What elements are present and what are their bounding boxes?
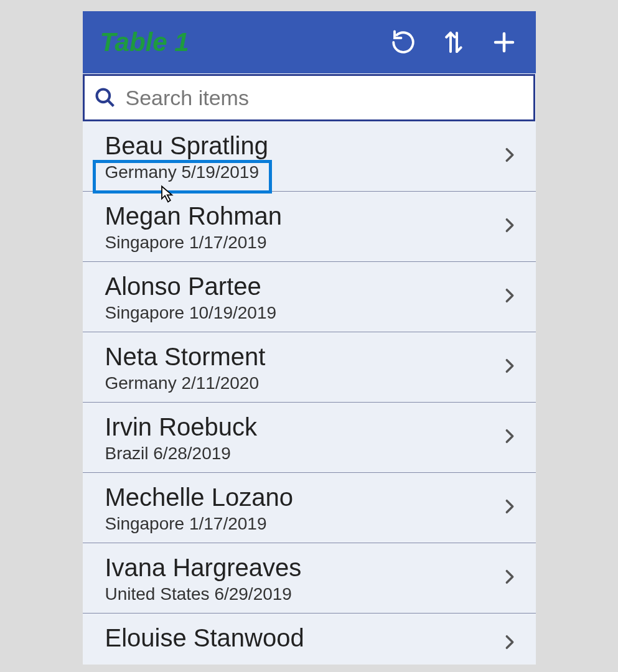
- item-name: Megan Rohman: [105, 200, 501, 231]
- list-item-body: Beau Spratling Germany 5/19/2019: [105, 130, 501, 182]
- header: Table 1: [83, 11, 536, 73]
- item-sub: Brazil 6/28/2019: [105, 444, 231, 464]
- search-icon: [93, 86, 117, 110]
- list-item[interactable]: Beau Spratling Germany 5/19/2019: [83, 121, 536, 192]
- list-item-body: Ivana Hargreaves United States 6/29/2019: [105, 552, 501, 604]
- item-sub: Singapore 1/17/2019: [105, 514, 267, 534]
- list-item-body: Elouise Stanwood: [105, 622, 501, 665]
- item-name: Neta Storment: [105, 341, 501, 372]
- list-item[interactable]: Elouise Stanwood: [83, 614, 536, 665]
- chevron-right-icon: [501, 283, 518, 310]
- list-item[interactable]: Ivana Hargreaves United States 6/29/2019: [83, 543, 536, 614]
- item-sub: Germany 2/11/2020: [105, 373, 260, 393]
- list-item-body: Megan Rohman Singapore 1/17/2019: [105, 200, 501, 253]
- header-actions: [390, 29, 523, 56]
- chevron-right-icon: [501, 142, 518, 170]
- app-frame: Table 1 Beau Spratling Germany 5/19/2019: [83, 11, 536, 665]
- chevron-right-icon: [501, 630, 518, 657]
- item-name: Irvin Roebuck: [105, 411, 501, 442]
- chevron-right-icon: [501, 494, 518, 521]
- item-list: Beau Spratling Germany 5/19/2019 Megan R…: [83, 121, 536, 665]
- chevron-right-icon: [501, 213, 518, 240]
- item-name: Beau Spratling: [105, 130, 501, 161]
- chevron-right-icon: [501, 424, 518, 451]
- refresh-icon[interactable]: [390, 29, 416, 55]
- list-item[interactable]: Mechelle Lozano Singapore 1/17/2019: [83, 473, 536, 543]
- item-sub: United States 6/29/2019: [105, 584, 292, 604]
- list-item[interactable]: Irvin Roebuck Brazil 6/28/2019: [83, 403, 536, 473]
- search-bar: [83, 74, 535, 121]
- item-name: Elouise Stanwood: [105, 622, 501, 653]
- add-icon[interactable]: [491, 29, 517, 55]
- sort-icon[interactable]: [441, 29, 466, 56]
- item-name: Alonso Partee: [105, 271, 501, 302]
- list-item-body: Neta Storment Germany 2/11/2020: [105, 341, 501, 393]
- chevron-right-icon: [501, 353, 518, 381]
- item-sub: Singapore 10/19/2019: [105, 303, 277, 323]
- item-sub: Singapore 1/17/2019: [105, 233, 267, 253]
- item-sub: Germany 5/19/2019: [105, 162, 260, 182]
- list-item[interactable]: Megan Rohman Singapore 1/17/2019: [83, 192, 536, 262]
- list-item-body: Mechelle Lozano Singapore 1/17/2019: [105, 482, 501, 534]
- list-item[interactable]: Alonso Partee Singapore 10/19/2019: [83, 262, 536, 332]
- search-input[interactable]: [126, 86, 533, 110]
- chevron-right-icon: [501, 564, 518, 592]
- svg-point-4: [96, 90, 110, 103]
- list-item-body: Irvin Roebuck Brazil 6/28/2019: [105, 411, 501, 464]
- item-name: Ivana Hargreaves: [105, 552, 501, 583]
- page-title: Table 1: [100, 27, 390, 57]
- list-item[interactable]: Neta Storment Germany 2/11/2020: [83, 332, 536, 403]
- list-item-body: Alonso Partee Singapore 10/19/2019: [105, 271, 501, 323]
- svg-line-5: [108, 101, 113, 106]
- item-name: Mechelle Lozano: [105, 482, 501, 513]
